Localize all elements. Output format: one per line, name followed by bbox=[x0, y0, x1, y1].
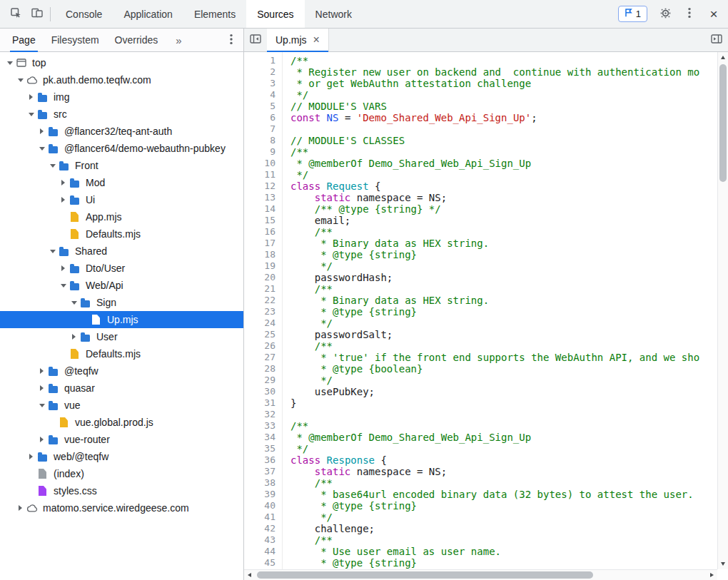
code-line[interactable]: const NS = 'Demo_Shared_Web_Api_Sign_Up'… bbox=[290, 112, 717, 123]
chevron-down-icon[interactable] bbox=[69, 301, 79, 305]
line-number[interactable]: 22 bbox=[244, 295, 282, 306]
line-number[interactable]: 18 bbox=[244, 249, 282, 260]
chevron-right-icon[interactable] bbox=[58, 180, 69, 185]
tree-item-vue-router[interactable]: vue-router bbox=[0, 431, 243, 448]
tab-elements[interactable]: Elements bbox=[183, 0, 246, 28]
code-line[interactable]: passwordSalt; bbox=[290, 329, 717, 340]
tree-item-up-mjs[interactable]: Up.mjs bbox=[0, 311, 243, 328]
line-number[interactable]: 40 bbox=[244, 500, 282, 512]
tree-item-pk-auth-demo-teqfw-com[interactable]: pk.auth.demo.teqfw.com bbox=[0, 71, 243, 88]
line-number[interactable]: 42 bbox=[244, 523, 282, 534]
toggle-debugger-sidebar-button[interactable] bbox=[705, 29, 728, 51]
tree-item-ui[interactable]: Ui bbox=[0, 191, 243, 208]
tree-item-web-teqfw[interactable]: web/@teqfw bbox=[0, 448, 243, 465]
tree-item-matomo-service-wiredgeese-com[interactable]: matomo.service.wiredgeese.com bbox=[0, 499, 243, 517]
code-line[interactable]: static namespace = NS; bbox=[290, 192, 717, 203]
tree-item-styles-css[interactable]: styles.css bbox=[0, 482, 243, 499]
line-number[interactable]: 16 bbox=[244, 226, 282, 238]
chevron-right-icon[interactable] bbox=[36, 437, 47, 442]
chevron-right-icon[interactable] bbox=[36, 128, 47, 134]
code-line[interactable]: /** @type {string} */ bbox=[290, 203, 717, 215]
chevron-down-icon[interactable] bbox=[47, 164, 58, 168]
code-line[interactable]: // MODULE'S CLASSES bbox=[290, 135, 717, 146]
code-line[interactable]: */ bbox=[290, 375, 717, 386]
scroll-right-icon[interactable] bbox=[710, 573, 714, 577]
line-number[interactable]: 1 bbox=[244, 55, 282, 66]
code-line[interactable]: /** bbox=[290, 146, 717, 158]
code-line[interactable]: /** bbox=[290, 283, 717, 295]
code-line[interactable]: * @type {string} bbox=[290, 557, 717, 569]
line-number[interactable]: 11 bbox=[244, 169, 282, 180]
scroll-down-icon[interactable] bbox=[721, 562, 725, 566]
line-number[interactable]: 10 bbox=[244, 158, 282, 169]
tree-item-defaults-mjs[interactable]: Defaults.mjs bbox=[0, 345, 243, 362]
code-line[interactable]: * Binary data as HEX string. bbox=[290, 295, 717, 306]
line-number[interactable]: 32 bbox=[244, 409, 282, 420]
line-number[interactable]: 19 bbox=[244, 260, 282, 272]
chevron-right-icon[interactable] bbox=[26, 94, 36, 100]
line-number[interactable]: 2 bbox=[244, 66, 282, 78]
navigator-menu-button[interactable] bbox=[219, 29, 243, 51]
code-line[interactable]: */ bbox=[290, 169, 717, 180]
line-number[interactable]: 24 bbox=[244, 317, 282, 329]
code-line[interactable]: * @type {string} bbox=[290, 500, 717, 512]
horizontal-scrollbar-thumb[interactable] bbox=[257, 571, 593, 579]
tree-item-src[interactable]: src bbox=[0, 106, 243, 123]
code-line[interactable]: class Response { bbox=[290, 454, 717, 466]
line-number[interactable]: 43 bbox=[244, 534, 282, 546]
code-line[interactable]: * @type {string} bbox=[290, 249, 717, 260]
tree-item-index[interactable]: (index) bbox=[0, 465, 243, 482]
tree-item-front[interactable]: Front bbox=[0, 157, 243, 174]
code-line[interactable]: */ bbox=[290, 260, 717, 272]
line-number[interactable]: 7 bbox=[244, 123, 282, 135]
code-line[interactable]: * or get WebAuthn attestation challenge bbox=[290, 78, 717, 89]
more-options-button[interactable] bbox=[679, 4, 700, 24]
chevron-down-icon[interactable] bbox=[26, 113, 36, 116]
line-number[interactable]: 41 bbox=[244, 512, 282, 523]
line-number[interactable]: 30 bbox=[244, 386, 282, 397]
code-line[interactable]: * Register new user on backend and conti… bbox=[290, 66, 717, 78]
code-line[interactable]: * @type {boolean} bbox=[290, 363, 717, 375]
code-line[interactable]: challenge; bbox=[290, 523, 717, 534]
issues-badge[interactable]: 1 bbox=[618, 6, 647, 22]
tab-application[interactable]: Application bbox=[113, 0, 183, 28]
navigator-tab-overrides[interactable]: Overrides bbox=[107, 29, 166, 51]
code-line[interactable]: * @memberOf Demo_Shared_Web_Api_Sign_Up bbox=[290, 158, 717, 169]
chevron-down-icon[interactable] bbox=[36, 147, 47, 151]
navigator-tab-filesystem[interactable]: Filesystem bbox=[44, 29, 107, 51]
tree-item-vue[interactable]: vue bbox=[0, 397, 243, 414]
code-line[interactable]: /** bbox=[290, 420, 717, 432]
horizontal-scrollbar[interactable] bbox=[244, 569, 717, 580]
tree-item-img[interactable]: img bbox=[0, 88, 243, 106]
chevron-right-icon[interactable] bbox=[58, 265, 69, 271]
inspect-element-button[interactable] bbox=[5, 4, 26, 24]
code-line[interactable] bbox=[290, 409, 717, 420]
code-line[interactable]: * 'true' if the front end supports the W… bbox=[290, 352, 717, 363]
tab-sources[interactable]: Sources bbox=[246, 0, 304, 28]
tree-item-dto-user[interactable]: Dto/User bbox=[0, 260, 243, 277]
code-line[interactable]: email; bbox=[290, 215, 717, 226]
collapse-navigator-button[interactable] bbox=[244, 29, 267, 51]
line-number[interactable]: 34 bbox=[244, 432, 282, 443]
code-line[interactable]: * @type {string} bbox=[290, 306, 717, 317]
settings-button[interactable] bbox=[654, 4, 676, 24]
code-line[interactable] bbox=[290, 123, 717, 135]
code-line[interactable]: usePubKey; bbox=[290, 386, 717, 397]
code-line[interactable]: */ bbox=[290, 512, 717, 523]
line-number[interactable]: 13 bbox=[244, 192, 282, 203]
tree-item-sign[interactable]: Sign bbox=[0, 294, 243, 311]
chevron-down-icon[interactable] bbox=[36, 404, 47, 407]
tree-item-quasar[interactable]: quasar bbox=[0, 380, 243, 397]
line-number[interactable]: 35 bbox=[244, 443, 282, 454]
code-line[interactable]: * base64url encoded binary data (32 byte… bbox=[290, 489, 717, 500]
tree-item-top[interactable]: top bbox=[0, 54, 243, 71]
line-number[interactable]: 28 bbox=[244, 363, 282, 375]
tree-item-vue-global-prod-js[interactable]: vue.global.prod.js bbox=[0, 414, 243, 431]
line-number[interactable]: 9 bbox=[244, 146, 282, 158]
code-line[interactable]: /** bbox=[290, 477, 717, 489]
line-number[interactable]: 45 bbox=[244, 557, 282, 569]
chevron-right-icon[interactable] bbox=[15, 505, 26, 511]
code-line[interactable]: * @memberOf Demo_Shared_Web_Api_Sign_Up bbox=[290, 432, 717, 443]
code-line[interactable]: class Request { bbox=[290, 180, 717, 192]
chevron-right-icon[interactable] bbox=[69, 334, 79, 340]
